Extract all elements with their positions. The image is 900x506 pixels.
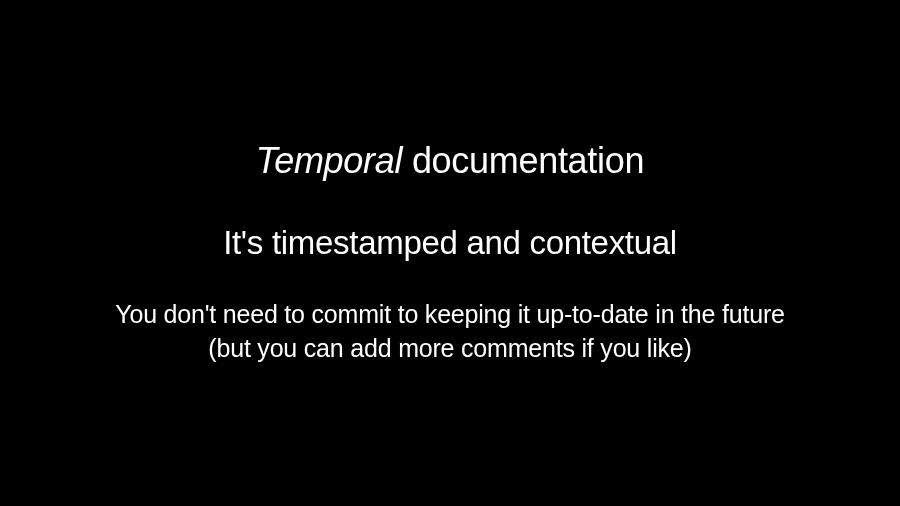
body-line-2: (but you can add more comments if you li…	[208, 334, 691, 362]
body-line-1: You don't need to commit to keeping it u…	[115, 300, 784, 328]
slide-body: You don't need to commit to keeping it u…	[115, 298, 784, 366]
title-rest: documentation	[402, 140, 644, 181]
slide-content: Temporal documentation It's timestamped …	[55, 140, 844, 366]
title-italic-word: Temporal	[256, 140, 402, 181]
slide-subtitle: It's timestamped and contextual	[115, 224, 784, 262]
slide-title: Temporal documentation	[115, 140, 784, 182]
